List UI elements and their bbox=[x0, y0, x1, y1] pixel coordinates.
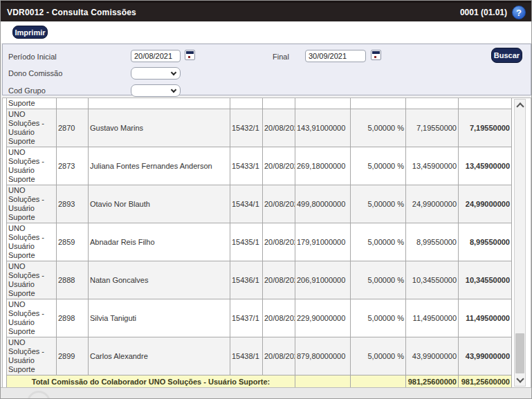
code-cell: 2898 bbox=[57, 299, 89, 337]
owner-cell: UNO Soluções - Usuário Suporte bbox=[7, 185, 57, 223]
name-cell: Abnadar Reis Filho bbox=[89, 223, 230, 261]
commission-cell: 8,99550000 bbox=[406, 223, 459, 261]
date-cell: 20/08/2021 bbox=[263, 261, 295, 299]
filter-panel: Período Inicial Final Buscar Dono Comiss… bbox=[2, 44, 531, 95]
value-cell: 879,80000000 bbox=[295, 337, 351, 375]
commission-table: Suporte UNO Soluções - Usuário Suporte28… bbox=[6, 98, 512, 389]
date-cell: 20/08/2021 bbox=[263, 109, 295, 147]
commission-total-cell: 8,99550000 bbox=[459, 223, 512, 261]
toolbar: Imprimir bbox=[1, 21, 531, 43]
percent-cell: 5,00000 % bbox=[351, 223, 406, 261]
final-date-input[interactable] bbox=[305, 50, 366, 62]
scroll-down-icon[interactable] bbox=[515, 374, 525, 386]
status-footer bbox=[1, 387, 531, 398]
code-cell: 2859 bbox=[57, 223, 89, 261]
owner-cell: UNO Soluções - Usuário Suporte bbox=[7, 299, 57, 337]
date-cell: 20/08/2021 bbox=[263, 147, 295, 185]
invoice-cell: 15432/1 bbox=[230, 109, 263, 147]
commission-cell: 13,45900000 bbox=[406, 147, 459, 185]
value-cell: 143,91000000 bbox=[295, 109, 351, 147]
page-title: VDR0012 - Consulta Comissões bbox=[1, 8, 136, 17]
percent-cell: 5,00000 % bbox=[351, 337, 406, 375]
table-row[interactable]: UNO Soluções - Usuário Suporte2893Otavio… bbox=[7, 185, 512, 223]
version-label: 0001 (01.01) bbox=[460, 8, 507, 17]
table-row[interactable]: UNO Soluções - Usuário Suporte2898Silvia… bbox=[7, 299, 512, 337]
owner-cell: UNO Soluções - Usuário Suporte bbox=[7, 261, 57, 299]
code-cell: 2888 bbox=[57, 261, 89, 299]
invoice-cell: 15435/1 bbox=[230, 223, 263, 261]
value-cell: 179,91000000 bbox=[295, 223, 351, 261]
chevron-down-icon bbox=[171, 87, 176, 93]
value-cell: 206,91000000 bbox=[295, 261, 351, 299]
table-row[interactable]: UNO Soluções - Usuário Suporte2870Gustav… bbox=[7, 109, 512, 147]
invoice-cell: 15437/1 bbox=[230, 299, 263, 337]
owner-cell: UNO Soluções - Usuário Suporte bbox=[7, 223, 57, 261]
owner-cell: Suporte bbox=[7, 98, 57, 109]
percent-cell: 5,00000 % bbox=[351, 261, 406, 299]
table-row[interactable]: UNO Soluções - Usuário Suporte2859Abnada… bbox=[7, 223, 512, 261]
app-window: VDR0012 - Consulta Comissões 0001 (01.01… bbox=[0, 0, 532, 399]
name-cell: Silvia Taniguti bbox=[89, 299, 230, 337]
table-row[interactable]: UNO Soluções - Usuário Suporte2873Julian… bbox=[7, 147, 512, 185]
owner-cell: UNO Soluções - Usuário Suporte bbox=[7, 109, 57, 147]
code-cell: 2870 bbox=[57, 109, 89, 147]
calendar-icon[interactable] bbox=[371, 50, 381, 60]
invoice-cell: 15433/1 bbox=[230, 147, 263, 185]
owner-cell: UNO Soluções - Usuário Suporte bbox=[7, 337, 57, 375]
commission-cell: 10,34550000 bbox=[406, 261, 459, 299]
percent-cell: 5,00000 % bbox=[351, 109, 406, 147]
commission-total-cell: 24,99000000 bbox=[459, 185, 512, 223]
commission-total-cell: 13,45900000 bbox=[459, 147, 512, 185]
print-button[interactable]: Imprimir bbox=[12, 26, 48, 39]
value-cell: 269,18000000 bbox=[295, 147, 351, 185]
value-cell: 229,90000000 bbox=[295, 299, 351, 337]
period-initial-label: Período Inicial bbox=[8, 53, 57, 61]
name-cell: Gustavo Marins bbox=[89, 109, 230, 147]
date-cell: 20/08/2021 bbox=[263, 337, 295, 375]
commission-table-body: Suporte UNO Soluções - Usuário Suporte28… bbox=[7, 98, 512, 389]
date-cell: 20/08/2021 bbox=[263, 223, 295, 261]
logo-arc-decoration bbox=[27, 391, 51, 398]
code-cell: 2873 bbox=[57, 147, 89, 185]
commission-cell: 11,49500000 bbox=[406, 299, 459, 337]
commission-total-cell: 43,99000000 bbox=[459, 337, 512, 375]
commission-grid: Suporte UNO Soluções - Usuário Suporte28… bbox=[2, 98, 531, 388]
scrollbar-thumb[interactable] bbox=[515, 333, 524, 373]
chevron-down-icon bbox=[171, 70, 176, 75]
table-row[interactable]: UNO Soluções - Usuário Suporte2888Natan … bbox=[7, 261, 512, 299]
cod-grupo-label: Cod Grupo bbox=[8, 86, 46, 95]
final-label: Final bbox=[273, 53, 289, 61]
dono-comissao-label: Dono Comissão bbox=[8, 69, 62, 77]
dono-comissao-select[interactable] bbox=[131, 67, 181, 80]
commission-total-cell: 7,19550000 bbox=[459, 109, 512, 147]
commission-total-cell: 10,34550000 bbox=[459, 261, 512, 299]
commission-cell: 24,99000000 bbox=[406, 185, 459, 223]
invoice-cell: 15436/1 bbox=[230, 261, 263, 299]
invoice-cell: 15438/1 bbox=[230, 337, 263, 375]
percent-cell: 5,00000 % bbox=[351, 147, 406, 185]
code-cell: 2899 bbox=[57, 337, 89, 375]
commission-total-cell: 11,49500000 bbox=[459, 299, 512, 337]
commission-cell: 43,99000000 bbox=[406, 337, 459, 375]
calendar-icon[interactable] bbox=[185, 50, 195, 60]
invoice-cell: 15434/1 bbox=[230, 185, 263, 223]
search-button[interactable]: Buscar bbox=[491, 48, 522, 63]
cod-grupo-select[interactable] bbox=[131, 84, 181, 97]
name-cell: Carlos Alexandre bbox=[89, 337, 230, 375]
scroll-up-icon[interactable] bbox=[515, 100, 525, 111]
commission-cell: 7,19550000 bbox=[406, 109, 459, 147]
date-cell: 20/08/2021 bbox=[263, 299, 295, 337]
name-cell: Juliana Fontes Fernandes Anderson bbox=[89, 147, 230, 185]
titlebar: VDR0012 - Consulta Comissões 0001 (01.01… bbox=[1, 1, 531, 21]
name-cell: Otavio Nor Blauth bbox=[89, 185, 230, 223]
name-cell: Natan Goncalves bbox=[89, 261, 230, 299]
table-row[interactable]: UNO Soluções - Usuário Suporte2899Carlos… bbox=[7, 337, 512, 375]
period-initial-input[interactable] bbox=[131, 50, 181, 62]
help-icon[interactable]: ? bbox=[512, 6, 526, 19]
owner-cell: UNO Soluções - Usuário Suporte bbox=[7, 147, 57, 185]
clipped-row: Suporte bbox=[7, 98, 512, 109]
vertical-scrollbar[interactable] bbox=[514, 99, 526, 387]
percent-cell: 5,00000 % bbox=[351, 299, 406, 337]
code-cell: 2893 bbox=[57, 185, 89, 223]
date-cell: 20/08/2021 bbox=[263, 185, 295, 223]
